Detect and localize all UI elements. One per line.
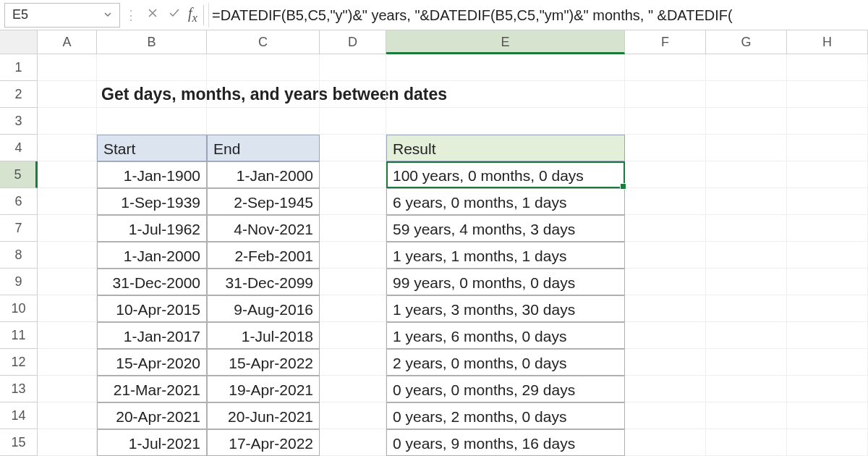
table-cell-start[interactable]: 1-Jan-2000: [97, 242, 207, 269]
table-cell-result[interactable]: 1 years, 3 months, 30 days: [386, 295, 625, 322]
row-header[interactable]: 1: [0, 54, 38, 81]
cell[interactable]: [320, 135, 386, 161]
cell[interactable]: [706, 429, 787, 456]
table-cell-start[interactable]: 10-Apr-2015: [97, 295, 207, 322]
table-header-result[interactable]: Result: [386, 135, 625, 161]
cell[interactable]: [625, 322, 706, 349]
cell[interactable]: [38, 108, 97, 135]
cell[interactable]: [625, 349, 706, 376]
cell[interactable]: [787, 429, 868, 456]
table-cell-result[interactable]: 2 years, 0 months, 0 days: [386, 349, 625, 376]
row-header[interactable]: 9: [0, 269, 38, 295]
table-cell-end[interactable]: 9-Aug-2016: [207, 295, 320, 322]
cell[interactable]: [320, 402, 386, 429]
cell[interactable]: [625, 108, 706, 135]
cell[interactable]: [706, 135, 787, 161]
cell[interactable]: [97, 108, 207, 135]
row-header[interactable]: 13: [0, 376, 38, 402]
row-header[interactable]: 3: [0, 108, 38, 135]
table-cell-result[interactable]: 1 years, 6 months, 0 days: [386, 322, 625, 349]
cell[interactable]: [320, 81, 386, 108]
formula-input[interactable]: =DATEDIF(B5,C5,"y")&" years, "&DATEDIF(B…: [208, 3, 868, 28]
table-cell-start[interactable]: 20-Apr-2021: [97, 402, 207, 429]
table-cell-end[interactable]: 1-Jan-2000: [207, 161, 320, 188]
fx-icon[interactable]: fx: [185, 5, 204, 25]
table-cell-start[interactable]: 31-Dec-2000: [97, 269, 207, 295]
cell[interactable]: [320, 376, 386, 402]
row-header[interactable]: 4: [0, 135, 38, 161]
row-header[interactable]: 7: [0, 215, 38, 242]
row-header[interactable]: 2: [0, 81, 38, 108]
cell[interactable]: [38, 215, 97, 242]
cell[interactable]: [386, 54, 625, 81]
table-cell-result[interactable]: 1 years, 1 months, 1 days: [386, 242, 625, 269]
cell[interactable]: [38, 54, 97, 81]
cell[interactable]: [625, 188, 706, 215]
col-header-C[interactable]: C: [207, 30, 320, 54]
cell[interactable]: [625, 295, 706, 322]
cell[interactable]: [787, 215, 868, 242]
row-header[interactable]: 12: [0, 349, 38, 376]
table-cell-result[interactable]: 99 years, 0 months, 0 days: [386, 269, 625, 295]
cell[interactable]: [38, 322, 97, 349]
col-header-A[interactable]: A: [38, 30, 97, 54]
table-cell-start[interactable]: 1-Sep-1939: [97, 188, 207, 215]
cell[interactable]: [706, 269, 787, 295]
cell[interactable]: [320, 242, 386, 269]
cell[interactable]: [706, 215, 787, 242]
cell[interactable]: [706, 349, 787, 376]
cell[interactable]: [625, 402, 706, 429]
table-cell-result[interactable]: 0 years, 2 months, 0 days: [386, 402, 625, 429]
col-header-D[interactable]: D: [320, 30, 386, 54]
cell[interactable]: [787, 269, 868, 295]
table-cell-result[interactable]: 0 years, 9 months, 16 days: [386, 429, 625, 456]
cell[interactable]: [38, 402, 97, 429]
table-cell-end[interactable]: 4-Nov-2021: [207, 215, 320, 242]
cell[interactable]: [706, 108, 787, 135]
cell[interactable]: [38, 242, 97, 269]
cell[interactable]: [320, 429, 386, 456]
table-cell-start[interactable]: 15-Apr-2020: [97, 349, 207, 376]
cell[interactable]: [38, 349, 97, 376]
table-cell-end[interactable]: 15-Apr-2022: [207, 349, 320, 376]
cell[interactable]: [386, 81, 625, 108]
cell[interactable]: [787, 242, 868, 269]
chevron-down-icon[interactable]: [103, 7, 112, 22]
cell[interactable]: [38, 81, 97, 108]
col-header-G[interactable]: G: [706, 30, 787, 54]
row-header[interactable]: 10: [0, 295, 38, 322]
col-header-H[interactable]: H: [787, 30, 868, 54]
cell[interactable]: [207, 54, 320, 81]
cell[interactable]: [625, 161, 706, 188]
cell[interactable]: [38, 295, 97, 322]
select-all-corner[interactable]: [0, 30, 38, 54]
table-cell-start[interactable]: 1-Jan-2017: [97, 322, 207, 349]
cancel-icon[interactable]: [142, 7, 163, 22]
cell[interactable]: [787, 402, 868, 429]
cell[interactable]: [625, 242, 706, 269]
cell[interactable]: [706, 295, 787, 322]
col-header-E[interactable]: E: [386, 30, 625, 54]
cell[interactable]: [787, 108, 868, 135]
cell[interactable]: [787, 322, 868, 349]
cell[interactable]: [625, 215, 706, 242]
cell[interactable]: [787, 349, 868, 376]
cell[interactable]: [207, 108, 320, 135]
cell[interactable]: [320, 188, 386, 215]
cell[interactable]: [706, 161, 787, 188]
cell[interactable]: [787, 81, 868, 108]
cell[interactable]: [787, 376, 868, 402]
table-cell-end[interactable]: 19-Apr-2021: [207, 376, 320, 402]
cell[interactable]: [320, 349, 386, 376]
cell[interactable]: [320, 108, 386, 135]
table-header-end[interactable]: End: [207, 135, 320, 161]
table-cell-end[interactable]: 20-Jun-2021: [207, 402, 320, 429]
cell[interactable]: [706, 376, 787, 402]
cell[interactable]: [706, 322, 787, 349]
row-header[interactable]: 5: [0, 161, 38, 188]
table-cell-end[interactable]: 17-Apr-2022: [207, 429, 320, 456]
row-header[interactable]: 6: [0, 188, 38, 215]
table-cell-start[interactable]: 1-Jul-2021: [97, 429, 207, 456]
table-cell-end[interactable]: 31-Dec-2099: [207, 269, 320, 295]
cell[interactable]: [625, 54, 706, 81]
